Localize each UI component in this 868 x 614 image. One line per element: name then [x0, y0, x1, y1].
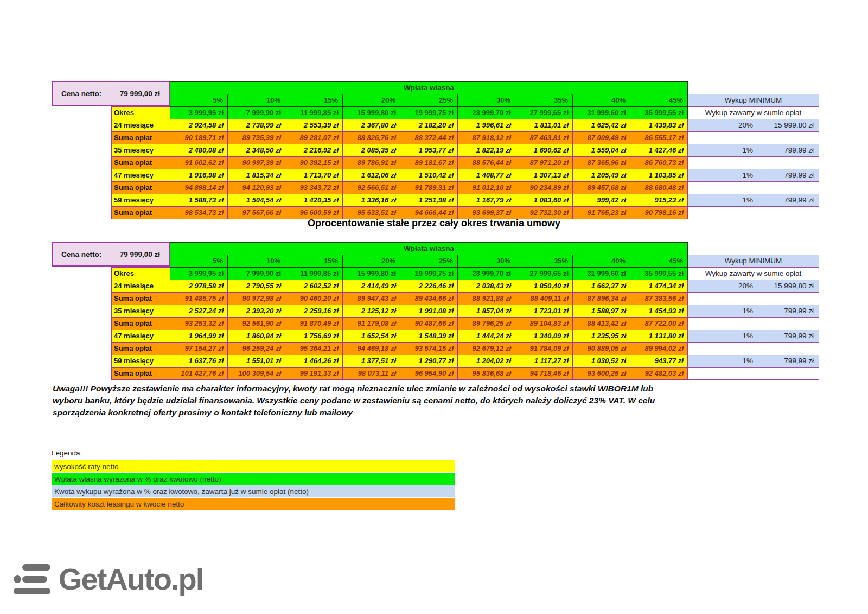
logo-word: GetAuto: [59, 562, 171, 596]
table-row: 47 miesięcy1 916,98 zł1 815,34 zł1 713,7…: [112, 169, 819, 182]
logo-bar-bottom: [14, 588, 50, 594]
wykup-empty-cell: [758, 182, 819, 194]
value-cell: 2 738,99 zł: [228, 119, 285, 132]
value-cell: 27 999,65 zł: [515, 268, 573, 280]
value-cell: 1 444,24 zł: [458, 330, 515, 343]
legend-item: Wpłata własna wyrażona w % oraz kwotowo …: [52, 473, 455, 485]
value-cell: 89 786,91 zł: [343, 157, 400, 169]
value-cell: 31 999,60 zł: [573, 107, 630, 119]
cena-netto-label: Cena netto:: [61, 90, 101, 98]
wykup-percent-cell: 20%: [688, 119, 758, 132]
row-label: Okres: [112, 268, 170, 280]
percent-header-cell: 35%: [515, 94, 573, 107]
disclaimer-line: Uwaga!!! Powyższe zestawienie ma charakt…: [53, 383, 828, 395]
logo-tld: .pl: [171, 562, 203, 596]
value-cell: 94 469,18 zł: [343, 343, 400, 355]
value-cell: 915,23 zł: [630, 194, 688, 207]
value-cell: 1 439,83 zł: [630, 119, 688, 132]
value-cell: 89 796,25 zł: [458, 318, 515, 330]
value-cell: 1 916,98 zł: [170, 169, 228, 182]
percent-header-cell: 15%: [285, 255, 343, 268]
value-cell: 1 953,77 zł: [400, 144, 458, 157]
value-cell: 92 566,51 zł: [343, 182, 400, 194]
value-cell: 96 954,90 zł: [400, 368, 458, 380]
wykup-percent-cell: 1%: [688, 355, 758, 368]
value-cell: 1 103,85 zł: [630, 169, 688, 182]
value-cell: 95 836,68 zł: [458, 368, 515, 380]
value-cell: 23 999,70 zł: [458, 107, 515, 119]
wykup-empty-cell: [758, 157, 819, 169]
value-cell: 93 574,15 zł: [400, 343, 458, 355]
value-cell: 89 104,83 zł: [515, 318, 573, 330]
value-cell: 1 652,54 zł: [343, 330, 400, 343]
value-cell: 93 253,32 zł: [170, 318, 228, 330]
wykup-minimum-header: Wykup MINIMUM: [688, 255, 819, 268]
value-cell: 94 120,93 zł: [228, 182, 285, 194]
value-cell: 1 290,77 zł: [400, 355, 458, 368]
legend: Legenda: wysokość raty nettoWpłata własn…: [52, 449, 455, 510]
value-cell: 2 216,92 zł: [285, 144, 343, 157]
disclaimer-text: Uwaga!!! Powyższe zestawienie ma charakt…: [53, 383, 828, 419]
wykup-minimum-header: Wykup MINIMUM: [688, 94, 819, 107]
value-cell: 1 474,34 zł: [630, 280, 688, 293]
table-row: Okres3 999,95 zł7 999,90 zł11 999,85 zł1…: [112, 268, 819, 280]
wykup-amount-cell: 799,99 zł: [758, 144, 819, 157]
value-cell: 87 722,00 zł: [630, 318, 688, 330]
row-label: 35 miesięcy: [112, 305, 170, 318]
table-row: Suma opłat101 427,76 zł100 309,54 zł99 1…: [112, 368, 819, 380]
value-cell: 2 414,49 zł: [343, 280, 400, 293]
wykup-percent-cell: 1%: [688, 194, 758, 207]
wykup-empty-cell: [688, 318, 758, 330]
value-cell: 1 857,04 zł: [458, 305, 515, 318]
percent-header-cell: 30%: [458, 255, 515, 268]
value-cell: 1 307,13 zł: [515, 169, 573, 182]
wykup-empty-cell: [688, 368, 758, 380]
value-cell: 89 735,39 zł: [228, 132, 285, 144]
wykup-amount-cell: 15 999,80 zł: [758, 119, 819, 132]
value-cell: 1 377,51 zł: [343, 355, 400, 368]
wykup-empty-cell: [688, 293, 758, 305]
wplata-wlasna-header: Wpłata własna: [170, 243, 688, 255]
lease-grid: Wpłata własna5%10%15%20%25%30%35%40%45%W…: [111, 242, 819, 380]
value-cell: 2 367,80 zł: [343, 119, 400, 132]
wykup-subheader: Wykup zawarty w sumie opłat: [688, 268, 819, 280]
table-row: Suma opłat90 189,71 zł89 735,39 zł89 281…: [112, 132, 819, 144]
value-cell: 19 999,75 zł: [400, 268, 458, 280]
value-cell: 1 690,62 zł: [515, 144, 573, 157]
wykup-amount-cell: 799,99 zł: [758, 194, 819, 207]
disclaimer-line: sporządzenia konkretnej oferty prosimy o…: [53, 407, 828, 419]
lease-table-2: Cena netto:79 999,00 złWpłata własna5%10…: [111, 242, 819, 380]
wykup-empty-cell: [758, 132, 819, 144]
percent-header-cell: 45%: [630, 255, 688, 268]
value-cell: 86 555,17 zł: [630, 132, 688, 144]
row-label: 59 miesięcy: [112, 355, 170, 368]
value-cell: 91 485,75 zł: [170, 293, 228, 305]
value-cell: 2 393,20 zł: [228, 305, 285, 318]
value-cell: 87 365,96 zł: [573, 157, 630, 169]
value-cell: 1 117,27 zł: [515, 355, 573, 368]
value-cell: 101 427,76 zł: [170, 368, 228, 380]
value-cell: 87 971,20 zł: [515, 157, 573, 169]
value-cell: 35 999,55 zł: [630, 268, 688, 280]
table-row: 24 miesiące2 978,58 zł2 790,55 zł2 602,5…: [112, 280, 819, 293]
value-cell: 1 204,02 zł: [458, 355, 515, 368]
value-cell: 1 850,40 zł: [515, 280, 573, 293]
value-cell: 1 464,26 zł: [285, 355, 343, 368]
wykup-empty-cell: [758, 368, 819, 380]
value-cell: 1 131,80 zł: [630, 330, 688, 343]
value-cell: 1 510,42 zł: [400, 169, 458, 182]
value-cell: 1 030,52 zł: [573, 355, 630, 368]
logo-text: GetAuto.pl: [59, 564, 203, 594]
wykup-empty-cell: [758, 318, 819, 330]
percent-header-cell: 5%: [170, 94, 228, 107]
row-label: 59 miesięcy: [112, 194, 170, 207]
logo-dot: [14, 575, 21, 583]
value-cell: 1 454,93 zł: [630, 305, 688, 318]
value-cell: 1 964,99 zł: [170, 330, 228, 343]
value-cell: 2 527,24 zł: [170, 305, 228, 318]
wykup-empty-cell: [688, 132, 758, 144]
value-cell: 2 125,12 zł: [343, 305, 400, 318]
value-cell: 91 012,10 zł: [458, 182, 515, 194]
value-cell: 88 826,76 zł: [343, 132, 400, 144]
value-cell: 3 999,95 zł: [170, 107, 228, 119]
